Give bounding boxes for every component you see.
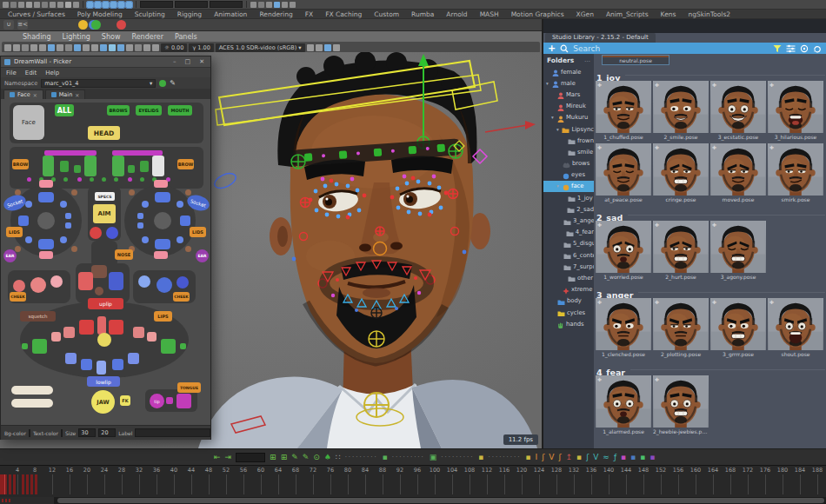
- toolbar-icon[interactable]: [3, 2, 9, 8]
- cheek-l-button[interactable]: CHEEK: [10, 292, 26, 302]
- picker-control[interactable]: [137, 222, 143, 229]
- lids-l-button[interactable]: LIDS: [6, 227, 23, 237]
- picker-control[interactable]: [65, 213, 71, 219]
- picker-control[interactable]: [109, 320, 123, 335]
- selected-pose-tab[interactable]: neutral.pose: [602, 55, 669, 65]
- pose-thumbnail[interactable]: [653, 143, 709, 196]
- pose-plus-icon[interactable]: ✚: [597, 222, 602, 228]
- viewport-menu-item[interactable]: Show: [102, 33, 121, 41]
- pose-plus-icon[interactable]: ✚: [712, 299, 716, 305]
- picker-control[interactable]: [11, 386, 53, 395]
- picker-control[interactable]: [97, 316, 106, 335]
- viewport-toolbar-icon[interactable]: [74, 44, 81, 51]
- picker-control[interactable]: [97, 333, 111, 347]
- viewport-toolbar-icon[interactable]: [65, 44, 72, 51]
- picker-control[interactable]: [142, 201, 149, 208]
- tab-close-icon[interactable]: ✕: [33, 92, 37, 98]
- toolbar-icon[interactable]: [50, 2, 56, 8]
- playback-icon[interactable]: Ⅰ: [536, 453, 538, 461]
- pose-item[interactable]: ✚1_worried.pose: [596, 221, 651, 282]
- shelf-tab[interactable]: Motion Graphics: [505, 10, 570, 18]
- pose-plus-icon[interactable]: ✚: [597, 376, 602, 382]
- sidebar-item-face[interactable]: ▾face: [543, 181, 594, 192]
- pose-item[interactable]: ✚at_peace.pose: [596, 143, 651, 204]
- sidebar-item-mukuru[interactable]: ▾Mukuru: [543, 112, 594, 123]
- picker-control[interactable]: [129, 189, 135, 196]
- picker-control[interactable]: [63, 177, 68, 182]
- shelf-tab[interactable]: Rigging: [171, 10, 208, 18]
- picker-control[interactable]: [38, 192, 54, 202]
- picker-control[interactable]: [128, 353, 139, 364]
- shelf-tab[interactable]: Curves / Surfaces: [2, 10, 71, 18]
- playback-icon[interactable]: Ⅴ: [549, 453, 554, 461]
- colorspace-dropdown[interactable]: ACES 1.0 SDR-video (sRGB) ▾: [216, 43, 305, 52]
- playback-icon[interactable]: ▪: [383, 453, 388, 461]
- pose-item[interactable]: ✚2_hurt.pose: [653, 221, 709, 282]
- picker-control[interactable]: [177, 276, 189, 288]
- timeline-keyframe[interactable]: [26, 474, 29, 494]
- picker-control[interactable]: [177, 201, 183, 208]
- picker-control[interactable]: [39, 251, 53, 259]
- viewport-toolbar-icon[interactable]: [333, 44, 340, 51]
- viewport-toolbar-icon[interactable]: [117, 44, 124, 51]
- viewport-toolbar-icon[interactable]: [83, 44, 90, 51]
- bg-color-swatch[interactable]: [29, 429, 30, 437]
- picker-control[interactable]: [60, 201, 67, 208]
- ear-r-button[interactable]: EAR: [196, 249, 209, 262]
- sidebar-item-other[interactable]: other: [543, 272, 594, 283]
- snap-icon[interactable]: [126, 2, 132, 8]
- viewport-toolbar-icon[interactable]: [307, 44, 314, 51]
- pose-thumbnail[interactable]: [596, 143, 651, 196]
- picker-control[interactable]: [114, 177, 118, 182]
- playback-icon[interactable]: ⊞: [270, 453, 276, 461]
- lids-r-button[interactable]: LIDS: [190, 227, 206, 237]
- playback-icon[interactable]: ʃ: [558, 453, 561, 461]
- picker-control[interactable]: [90, 227, 102, 239]
- pose-thumbnail[interactable]: [596, 375, 651, 428]
- snap-icon[interactable]: [118, 2, 124, 8]
- picker-menu-item[interactable]: Edit: [25, 70, 37, 76]
- sidebar-item-lipsync[interactable]: ▾Lipsync: [543, 123, 594, 135]
- picker-control[interactable]: [166, 397, 173, 404]
- timeline-keyframe[interactable]: [13, 474, 16, 494]
- playback-icon[interactable]: ▪: [649, 453, 655, 461]
- pose-plus-icon[interactable]: ✚: [769, 299, 774, 305]
- timeline-keyframe[interactable]: [35, 474, 37, 494]
- picker-control[interactable]: [112, 156, 124, 176]
- viewport-toolbar-icon[interactable]: [324, 44, 331, 51]
- picker-control[interactable]: [102, 177, 106, 182]
- picker-control[interactable]: [60, 161, 69, 172]
- pose-item[interactable]: ✚moved.pose: [710, 143, 766, 204]
- squetch-button[interactable]: squetch: [20, 311, 56, 322]
- input-field[interactable]: [210, 1, 243, 8]
- expander-icon[interactable]: ▾: [546, 81, 550, 86]
- snap-icon[interactable]: [103, 2, 109, 8]
- brow-r-button[interactable]: BROW: [177, 159, 194, 169]
- picker-menu-item[interactable]: File: [6, 70, 17, 76]
- specs-button[interactable]: SPECS: [95, 192, 115, 201]
- toolbar-icon[interactable]: [65, 2, 71, 8]
- pose-thumbnail[interactable]: [768, 81, 823, 133]
- shelf-tab[interactable]: Animation: [208, 10, 253, 18]
- viewport-toolbar-icon[interactable]: [143, 44, 150, 51]
- picker-control[interactable]: [142, 236, 149, 243]
- picker-control[interactable]: [106, 227, 118, 239]
- snap-icon[interactable]: [110, 2, 117, 8]
- sidebar-item-mars[interactable]: Mars: [543, 89, 594, 100]
- viewport-toolbar-icon[interactable]: [48, 44, 55, 51]
- sidebar-item-xtreme[interactable]: xtreme: [543, 284, 594, 295]
- picker-control[interactable]: [71, 189, 77, 196]
- picker-control[interactable]: [18, 216, 29, 226]
- picker-control[interactable]: [157, 277, 172, 293]
- picker-control[interactable]: [180, 216, 190, 226]
- ear-l-button[interactable]: EAR: [3, 249, 17, 262]
- undo-icon[interactable]: ∪: [3, 20, 14, 30]
- shelf-tab[interactable]: Rendering: [253, 10, 298, 18]
- eyelids-button[interactable]: EYELIDS: [136, 105, 162, 116]
- picker-control[interactable]: [161, 339, 176, 354]
- picker-tab-face[interactable]: Face✕: [3, 90, 43, 99]
- shelf-tab[interactable]: FX: [299, 10, 319, 18]
- playback-icon[interactable]: ⇤: [214, 453, 221, 461]
- viewport-menu-item[interactable]: Panels: [175, 33, 197, 41]
- all-button[interactable]: ALL: [55, 104, 74, 116]
